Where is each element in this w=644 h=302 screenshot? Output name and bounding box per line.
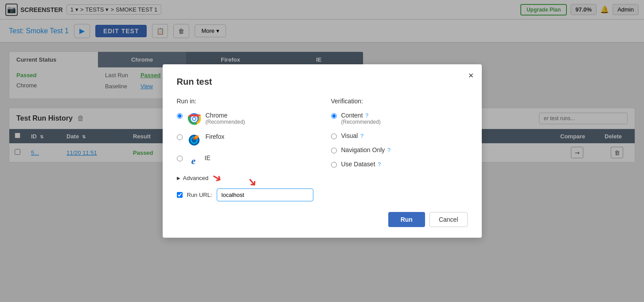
chrome-icon — [187, 112, 201, 126]
ie-icon: e — [187, 154, 200, 168]
visual-radio[interactable] — [331, 133, 337, 139]
modal-right: Verification: Content ? (Recommended) Vi… — [331, 98, 468, 172]
content-radio[interactable] — [331, 113, 337, 119]
content-sublabel: (Recommended) — [341, 119, 381, 125]
ie-option[interactable]: e IE — [177, 154, 313, 168]
modal-body: Run in: — [177, 98, 468, 172]
firefox-icon — [187, 133, 201, 147]
visual-label: Visual ? — [341, 132, 363, 139]
ie-label: IE — [205, 154, 211, 161]
run-test-modal: × Run test Run in: — [163, 64, 482, 172]
firefox-radio[interactable] — [177, 134, 183, 140]
content-option[interactable]: Content ? (Recommended) — [331, 112, 468, 125]
nav-only-radio[interactable] — [331, 148, 337, 153]
modal-overlay[interactable]: × Run test Run in: — [0, 0, 644, 172]
chrome-label-group: Chrome (Recommended) — [206, 112, 245, 125]
modal-left: Run in: — [177, 98, 313, 172]
visual-help[interactable]: ? — [360, 133, 363, 139]
red-arrow-1: ➜ — [209, 170, 225, 172]
svg-point-4 — [193, 118, 195, 120]
chrome-label: Chrome — [206, 112, 245, 119]
dataset-radio[interactable] — [331, 162, 337, 168]
chrome-option[interactable]: Chrome (Recommended) — [177, 112, 313, 126]
verification-label: Verification: — [331, 98, 468, 105]
dataset-option[interactable]: Use Dataset ? — [331, 161, 468, 168]
content-label-group: Content ? (Recommended) — [341, 112, 381, 125]
chrome-radio[interactable] — [177, 113, 183, 119]
nav-only-label: Navigation Only ? — [341, 146, 390, 153]
dataset-label: Use Dataset ? — [341, 161, 381, 168]
content-label: Content ? — [341, 112, 381, 119]
dataset-help[interactable]: ? — [378, 161, 381, 168]
visual-option[interactable]: Visual ? — [331, 132, 468, 139]
firefox-label: Firefox — [206, 133, 225, 140]
ie-radio[interactable] — [177, 156, 183, 161]
nav-only-help[interactable]: ? — [387, 147, 390, 153]
modal-close-button[interactable]: × — [468, 71, 474, 81]
modal-title: Run test — [177, 77, 468, 87]
firefox-option[interactable]: Firefox — [177, 133, 313, 147]
run-in-label: Run in: — [177, 98, 313, 105]
chrome-sublabel: (Recommended) — [206, 119, 245, 125]
nav-only-option[interactable]: Navigation Only ? — [331, 146, 468, 153]
content-help[interactable]: ? — [365, 113, 368, 119]
